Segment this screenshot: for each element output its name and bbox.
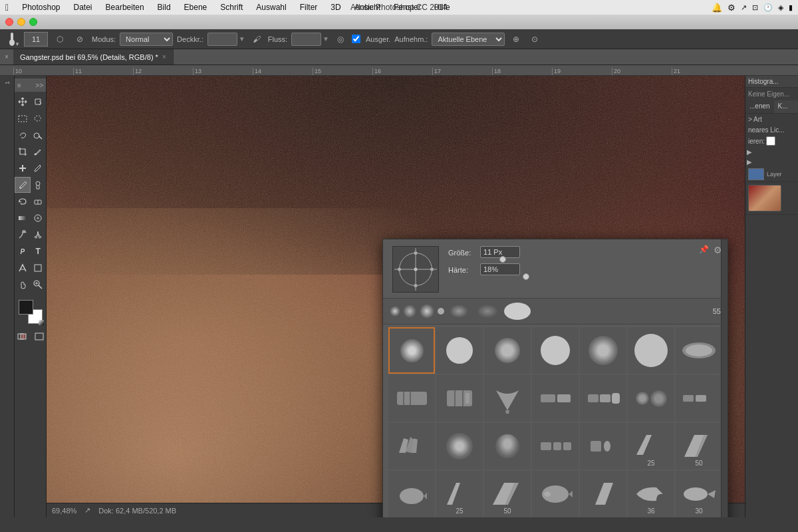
menu-datei[interactable]: Datei	[71, 1, 95, 13]
minimize-button[interactable]	[17, 18, 25, 26]
layers-tab-ebenen[interactable]: ...enen	[745, 100, 774, 113]
brush-cell-8[interactable]	[436, 375, 483, 422]
path-selection-btn[interactable]	[15, 260, 31, 276]
brush-cell-7[interactable]	[388, 375, 435, 422]
pressure-icon[interactable]: ⊙	[527, 32, 542, 47]
brush-cell-25[interactable]	[580, 471, 626, 517]
preset-dot-2[interactable]	[403, 305, 416, 318]
brush-cell-22[interactable]: 25	[436, 471, 483, 517]
toolbox-collapse[interactable]: >>	[35, 82, 43, 89]
zoom-btn[interactable]	[31, 277, 47, 293]
zoom-icon[interactable]: ↗	[84, 506, 90, 515]
brush-cell-18[interactable]	[580, 423, 626, 469]
brush-btn[interactable]	[15, 177, 31, 193]
brush-picker-pin-icon[interactable]: 📌	[699, 245, 709, 254]
clone-stamp-btn[interactable]	[31, 177, 47, 193]
fluss-arrow[interactable]: ▼	[323, 35, 329, 43]
modus-select[interactable]: Normal Auflösen Abdunkeln	[120, 33, 173, 46]
hardness-value-input[interactable]	[480, 263, 520, 275]
brush-cell-4[interactable]	[580, 327, 626, 374]
menu-ebene[interactable]: Ebene	[182, 1, 210, 13]
brush-cell-21[interactable]	[388, 471, 435, 517]
type-btn[interactable]: T	[31, 243, 47, 259]
layer-expand-arrow-1[interactable]: ▶	[747, 148, 752, 156]
brush-options-icon2[interactable]: ⊘	[72, 31, 88, 47]
menu-3d[interactable]: 3D	[328, 1, 343, 13]
history-brush-btn[interactable]	[15, 194, 31, 209]
foreground-color-swatch[interactable]	[19, 300, 33, 315]
brush-tool-icon[interactable]: ▼	[4, 31, 20, 47]
size-slider-thumb[interactable]	[499, 256, 506, 263]
brush-cell-19[interactable]: 25	[628, 423, 674, 469]
brush-cell-27[interactable]: 30	[676, 471, 722, 517]
eyedropper-btn[interactable]	[31, 144, 47, 160]
menu-hilfe[interactable]: Hilfe	[432, 1, 453, 13]
tab-close-button[interactable]: ×	[162, 53, 166, 61]
close-button[interactable]	[5, 18, 13, 26]
menu-schrift[interactable]: Schrift	[217, 1, 245, 13]
histogram-tab[interactable]: Histogra...	[745, 76, 798, 88]
brush-cell-15[interactable]	[436, 423, 483, 469]
dodge-btn[interactable]	[15, 227, 31, 243]
pen-btn[interactable]: P	[15, 243, 31, 259]
move-tool-btn[interactable]	[15, 94, 31, 110]
maximize-button[interactable]	[29, 18, 37, 26]
tab-close-left[interactable]: ×	[0, 49, 13, 65]
brush-cell-24[interactable]	[532, 471, 579, 517]
preset-dot-6[interactable]	[476, 304, 499, 319]
healing-btn[interactable]	[15, 160, 31, 176]
layer-expand-arrow-2[interactable]: ▶	[747, 158, 752, 166]
screen-mode-btn[interactable]	[31, 329, 47, 344]
preset-dot-1[interactable]	[390, 306, 400, 317]
move-tool-alt-btn[interactable]	[31, 94, 47, 110]
marquee-lasso-btn[interactable]	[31, 110, 47, 126]
brush-cell-1[interactable]	[436, 327, 483, 374]
eyedropper2-btn[interactable]	[31, 160, 47, 176]
brush-cell-9[interactable]	[484, 375, 531, 422]
menu-fenster[interactable]: Fenster	[391, 1, 424, 13]
lasso-btn[interactable]	[15, 127, 31, 143]
brush-cell-20[interactable]: 50	[676, 423, 722, 469]
sample-icon[interactable]: ⊕	[509, 32, 523, 47]
brush-cell-12[interactable]	[628, 375, 674, 422]
menu-filter[interactable]: Filter	[297, 1, 321, 13]
brush-cell-6[interactable]	[676, 327, 722, 374]
deckkr-arrow[interactable]: ▼	[239, 35, 245, 43]
menu-ansicht[interactable]: Ansicht	[352, 1, 383, 13]
brush-cell-11[interactable]	[580, 375, 626, 422]
swap-colors-icon[interactable]	[39, 320, 44, 325]
menu-bearbeiten[interactable]: Bearbeiten	[103, 1, 147, 13]
burn-btn[interactable]	[31, 227, 47, 243]
document-tab[interactable]: Gangster.psd bei 69,5% (Details, RGB/8) …	[13, 49, 174, 65]
brush-cell-2[interactable]	[484, 327, 531, 374]
brush-cell-14[interactable]	[388, 423, 435, 469]
blur-btn[interactable]	[31, 210, 47, 226]
deckkr-input[interactable]: 100%	[207, 33, 237, 46]
aufnehm-select[interactable]: Aktuelle Ebene Alle Ebenen	[432, 33, 505, 46]
brush-cell-26[interactable]: 36	[628, 471, 674, 517]
brush-cell-17[interactable]	[532, 423, 579, 469]
brush-cell-10[interactable]	[532, 375, 579, 422]
menu-photoshop[interactable]: Photoshop	[19, 1, 63, 13]
hardness-slider-thumb[interactable]	[523, 273, 529, 280]
ausger-checkbox[interactable]	[352, 35, 360, 43]
opacity-checkbox[interactable]	[766, 136, 775, 146]
shape-btn[interactable]	[31, 260, 47, 276]
brush-cell-16[interactable]	[484, 423, 531, 469]
preset-dot-3[interactable]	[419, 303, 435, 319]
airbrush-icon[interactable]: 🖌	[249, 32, 264, 47]
brush-cell-3[interactable]	[532, 327, 579, 374]
brush-cell-5[interactable]	[628, 327, 674, 374]
brush-cell-23[interactable]: 50	[484, 471, 531, 517]
smooth-icon[interactable]: ◎	[333, 32, 348, 47]
fluss-input[interactable]: 100%	[291, 33, 321, 46]
layer-item-0[interactable]: Layer	[745, 167, 798, 182]
menu-bild[interactable]: Bild	[155, 1, 174, 13]
menu-auswahl[interactable]: Auswahl	[253, 1, 289, 13]
eraser-btn[interactable]	[31, 194, 47, 209]
preset-dot-7[interactable]	[504, 303, 531, 320]
brush-cell-0[interactable]	[388, 327, 435, 374]
layers-tab-k[interactable]: K...	[774, 100, 792, 113]
brush-grid-scrollbar[interactable]	[721, 325, 728, 517]
brush-cell-13[interactable]	[676, 375, 722, 422]
